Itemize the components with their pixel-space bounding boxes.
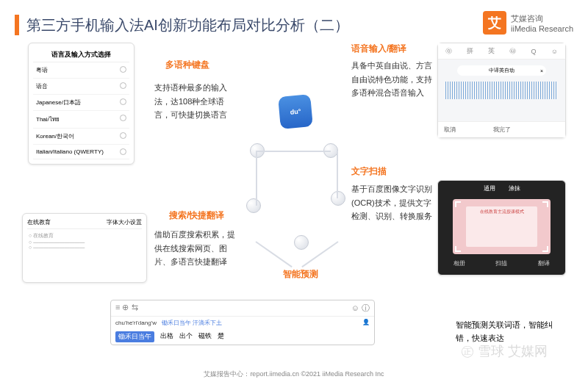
diagram-node — [246, 198, 261, 213]
corner-icon — [455, 201, 461, 207]
corner-icon — [542, 201, 548, 207]
candidate[interactable]: 楚 — [218, 331, 224, 342]
ime-context: 锄禾日当午 汗滴禾下土 — [162, 320, 222, 326]
connector-line — [256, 151, 257, 206]
candidate[interactable]: 出个 — [179, 331, 193, 342]
tab-font-size[interactable]: 字体大小设置 — [107, 218, 142, 226]
lang-row[interactable]: Italian/Italiano (QWERTY) — [33, 145, 129, 159]
ocr-tab[interactable]: 涂抹 — [509, 184, 520, 192]
corner-icon — [542, 246, 548, 252]
close-icon[interactable]: × — [540, 66, 543, 76]
voice-mode-bubble[interactable]: 中译英自动× — [457, 65, 546, 76]
search-settings-panel: 在线教育字体大小设置 ○ 在线教育○ ——————————○ —————————… — [22, 213, 147, 283]
ocr-doc: 在线教育主流授课模式 — [466, 206, 537, 247]
album-icon[interactable]: 相册 — [453, 259, 465, 267]
corner-icon — [455, 246, 461, 252]
page-title: 第三方手机输入法AI创新功能布局对比分析（二） — [26, 15, 349, 35]
brand-glyph: 艾 — [483, 11, 506, 35]
ocr-capture-area: 在线教育主流授课模式 — [453, 199, 551, 254]
radio-icon[interactable] — [120, 66, 126, 73]
lang-row[interactable]: Thai/ไทย — [33, 111, 129, 129]
radio-icon[interactable] — [120, 148, 126, 155]
section-kb-body: 支持语种最多的输入法，达108种全球语言，可快捷切换语言 — [154, 81, 235, 122]
ime-toolbar-left[interactable]: ≡ ⊕ ⇆ — [115, 303, 138, 314]
diagram-node — [331, 191, 345, 206]
title-accent — [15, 15, 19, 35]
candidate[interactable]: 磁铁 — [198, 331, 212, 342]
voice-bottom-bar: 取消我完了 — [438, 121, 565, 137]
waveform-icon — [445, 82, 558, 99]
scan-button[interactable]: 扫描 — [495, 259, 507, 267]
ocr-panel: 通用涂抹 在线教育主流授课模式 相册扫描翻译 — [437, 180, 566, 275]
connector-line — [257, 151, 331, 152]
lang-row[interactable]: 语音 — [33, 79, 129, 95]
ime-preview: ≡ ⊕ ⇆☺ ⓘ chu'he'ri'dang'w 锄禾日当午 汗滴禾下土 👤 … — [110, 300, 375, 345]
candidate[interactable]: 锄禾日当午 — [115, 331, 154, 342]
voice-tabs: ㉧拼英㉤Q☺ — [438, 43, 565, 60]
ime-candidates: 锄禾日当午 出格 出个 磁铁 楚 — [111, 329, 374, 345]
section-kb-title: 多语种键盘 — [165, 59, 209, 71]
section-ocr-title: 文字扫描 — [351, 165, 387, 178]
section-pred-title: 智能预测 — [283, 268, 318, 281]
baidu-logo: du° — [279, 96, 316, 132]
brand-text: 艾媒咨询 iiMedia Research — [511, 13, 573, 33]
section-search-title: 搜索/快捷翻译 — [169, 209, 224, 222]
section-ocr-body: 基于百度图像文字识别(OCR)技术，提供文字检测、识别、转换服务 — [351, 182, 432, 223]
connector-line — [337, 151, 338, 198]
user-icon[interactable]: 👤 — [362, 319, 370, 325]
footer: 艾媒报告中心：report.iimedia.cn ©2021 iiMedia R… — [0, 370, 588, 379]
radio-icon[interactable] — [120, 98, 126, 105]
ocr-tab[interactable]: 通用 — [484, 184, 495, 192]
language-header: 语言及输入方式选择 — [33, 48, 129, 62]
search-body: ○ 在线教育○ ——————————○ —————————— — [27, 229, 142, 253]
section-voice-title: 语音输入/翻译 — [351, 43, 406, 55]
radio-icon[interactable] — [120, 132, 126, 139]
language-panel: 语言及输入方式选择 粤语 语音 Japanese/日本語 Thai/ไทย Ko… — [28, 43, 135, 165]
section-search-body: 借助百度搜索积累，提供在线搜索网页、图片、多语言快捷翻译 — [154, 228, 235, 269]
section-voice-body: 具备中英自由说、方言自由说特色功能，支持多语种混合语音输入 — [351, 59, 432, 100]
connector-line — [255, 241, 292, 267]
candidate[interactable]: 出格 — [160, 331, 173, 342]
lang-row[interactable]: Japanese/日本語 — [33, 95, 129, 111]
radio-icon[interactable] — [120, 115, 126, 121]
tab-online-edu[interactable]: 在线教育 — [27, 218, 51, 226]
section-pred-body: 智能预测关联词语，智能纠错，快速表达 — [456, 318, 559, 345]
watermark: ㊣ 雪球 艾媒网 — [461, 342, 548, 360]
translate-icon[interactable]: 翻译 — [538, 259, 550, 267]
lang-row[interactable]: 粤语 — [33, 62, 129, 79]
brand-logo: 艾 艾媒咨询 iiMedia Research — [483, 11, 573, 35]
lang-row[interactable]: Korean/한국어 — [33, 129, 129, 145]
radio-icon[interactable] — [120, 82, 126, 89]
voice-panel: ㉧拼英㉤Q☺ 中译英自动× 取消我完了 — [437, 43, 566, 138]
ime-pinyin: chu'he'ri'dang'w — [115, 320, 157, 326]
ime-toolbar-right[interactable]: ☺ ⓘ — [351, 303, 370, 314]
diagram-node — [294, 235, 309, 250]
